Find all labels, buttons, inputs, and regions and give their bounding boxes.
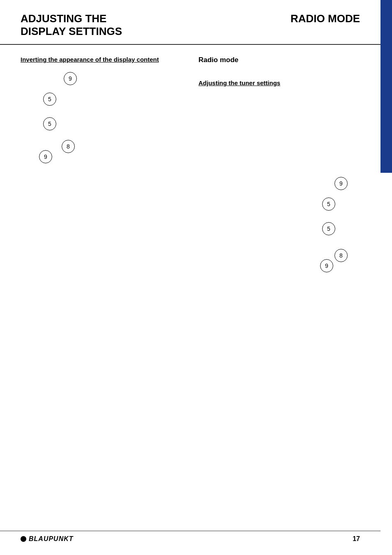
title-line2: DISPLAY SETTINGS (21, 25, 122, 38)
tuner-section-title: Adjusting the tuner settings (198, 79, 360, 86)
left-circle-9-bot: 9 (39, 150, 52, 163)
page-header: ADJUSTING THE DISPLAY SETTINGS RADIO MOD… (0, 0, 380, 45)
left-circle-group: 9 5 5 8 9 (21, 72, 182, 163)
title-line1: ADJUSTING THE (21, 12, 122, 25)
right-circle-group: 9 5 5 8 9 (198, 177, 360, 284)
left-section-title: Inverting the appearance of the display … (21, 55, 182, 64)
right-circle-8: 8 (334, 249, 348, 262)
header-right-title: RADIO MODE (291, 12, 360, 25)
left-circle-8: 8 (62, 140, 75, 153)
blaupunkt-dot-icon (21, 536, 26, 542)
footer-logo: BLAUPUNKT (21, 535, 74, 543)
footer-separator (80, 539, 347, 539)
radio-mode-title: Radio mode (198, 55, 360, 65)
page-number: 17 (353, 535, 360, 543)
header-left-title: ADJUSTING THE DISPLAY SETTINGS (21, 12, 122, 38)
right-sidebar (380, 0, 392, 173)
page-footer: BLAUPUNKT 17 (0, 531, 380, 543)
left-circle-9-top: 9 (64, 72, 77, 85)
right-column: Radio mode Adjusting the tuner settings … (190, 45, 360, 284)
title-right: RADIO MODE (291, 12, 360, 25)
left-circle-5-mid: 5 (43, 117, 56, 130)
right-circle-5-mid: 5 (322, 222, 335, 235)
left-circle-5-top: 5 (43, 93, 56, 106)
right-circle-9-bot: 9 (320, 259, 333, 272)
brand-name: BLAUPUNKT (29, 535, 74, 543)
right-circle-5-top: 5 (322, 197, 335, 211)
page-container: ADJUSTING THE DISPLAY SETTINGS RADIO MOD… (0, 0, 392, 555)
right-circle-9-top: 9 (334, 177, 348, 190)
left-column: Inverting the appearance of the display … (21, 45, 190, 284)
main-content: Inverting the appearance of the display … (0, 45, 380, 284)
tuner-section: Adjusting the tuner settings (198, 73, 360, 86)
